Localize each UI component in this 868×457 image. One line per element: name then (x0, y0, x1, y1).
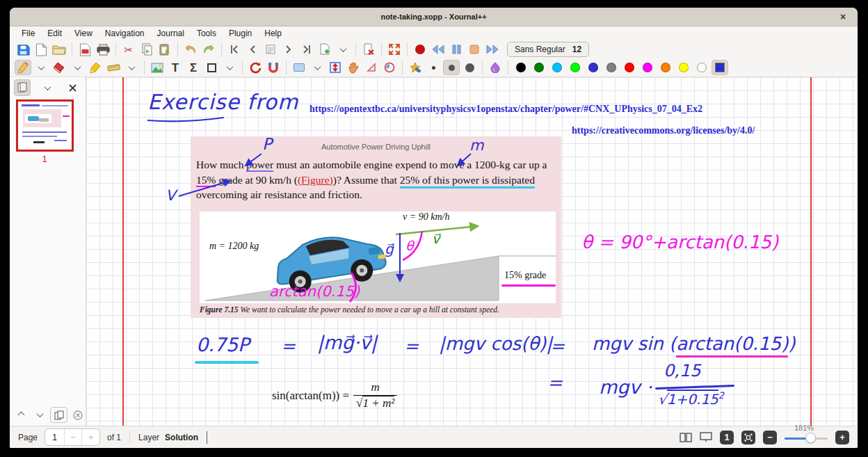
eraser-tool-icon[interactable] (51, 60, 67, 75)
color-white[interactable] (693, 60, 710, 75)
license-url: https://creativecommons.org/licenses/by/… (572, 125, 755, 136)
zoom-out-button[interactable]: − (763, 431, 777, 444)
color-lightblue[interactable] (549, 60, 565, 75)
page-increment-button[interactable]: + (82, 429, 99, 445)
stop-icon[interactable] (466, 42, 483, 57)
hand-tool-icon[interactable] (345, 60, 362, 75)
color-orange[interactable] (657, 60, 674, 75)
cancel-icon[interactable] (69, 407, 86, 423)
presentation-mode-icon[interactable] (700, 432, 712, 442)
rewind-icon[interactable] (430, 42, 447, 57)
eraser-options-chevron-icon[interactable] (69, 60, 86, 75)
color-chooser-current[interactable] (712, 60, 728, 75)
page-thumbnail[interactable] (16, 99, 74, 152)
font-button[interactable]: Sans Regular 12 (507, 42, 589, 57)
fullscreen-icon[interactable] (386, 42, 403, 57)
shape-tool-icon[interactable] (203, 60, 220, 75)
copy-icon[interactable] (138, 42, 155, 57)
menu-tools[interactable]: Tools (191, 29, 223, 38)
pen-options-chevron-icon[interactable] (33, 60, 49, 75)
page-preview-tab[interactable] (14, 79, 31, 96)
close-button[interactable]: × (837, 10, 849, 23)
zoom-in-button[interactable]: + (835, 431, 849, 444)
color-black[interactable] (513, 60, 529, 75)
duplicate-page-icon[interactable] (50, 407, 67, 423)
audio-timer-icon[interactable] (381, 60, 398, 75)
goto-page-icon[interactable] (262, 42, 279, 57)
shape-options-chevron-icon[interactable] (221, 60, 238, 75)
zoom-slider-thumb[interactable] (805, 433, 816, 443)
color-lightgreen[interactable] (567, 60, 584, 75)
color-blue[interactable] (585, 60, 602, 75)
figure-link[interactable]: (Figure) (298, 174, 333, 186)
highlighter-tool-icon[interactable] (87, 60, 104, 75)
thickness-thick-icon[interactable] (461, 60, 478, 75)
work2-numerator: 0,15 (664, 361, 700, 380)
page-down-icon[interactable] (31, 407, 49, 423)
color-red[interactable] (621, 60, 638, 75)
select-options-chevron-icon[interactable] (309, 60, 326, 75)
undo-icon[interactable] (182, 42, 199, 57)
first-page-icon[interactable] (226, 42, 243, 57)
add-page-icon[interactable] (316, 42, 333, 57)
pause-icon[interactable] (448, 42, 465, 57)
export-pdf-icon[interactable] (77, 42, 93, 57)
page-number-input[interactable]: 1 (45, 429, 65, 445)
play-object-icon[interactable] (363, 60, 380, 75)
document-canvas[interactable]: Exercise from https://opentextbc.ca/univ… (86, 77, 858, 426)
page-margin-line-right (810, 77, 812, 426)
color-green[interactable] (531, 60, 547, 75)
page-menu-chevron-icon[interactable] (335, 42, 351, 57)
paste-icon[interactable] (156, 42, 173, 57)
menu-journal[interactable]: Journal (151, 29, 191, 38)
last-page-icon[interactable] (298, 42, 315, 57)
text-tool-icon[interactable]: T (167, 60, 184, 75)
title-bar[interactable]: note-taking.xopp - Xournal++ × (10, 8, 858, 26)
zoom-slider[interactable]: 181% (785, 428, 828, 447)
select-region-icon[interactable] (291, 60, 307, 75)
rotation-snap-icon[interactable] (247, 60, 264, 75)
pen-tool-icon[interactable] (15, 60, 31, 75)
fast-forward-icon[interactable] (484, 42, 501, 57)
menu-navigation[interactable]: Navigation (99, 29, 151, 38)
ruler-tool-icon[interactable] (105, 60, 122, 75)
color-gray[interactable] (603, 60, 620, 75)
next-page-icon[interactable] (280, 42, 297, 57)
menu-file[interactable]: File (15, 29, 41, 38)
redo-icon[interactable] (200, 42, 217, 57)
layer-selector[interactable]: Solution (165, 433, 198, 442)
fit-width-button[interactable] (741, 431, 755, 444)
image-tool-icon[interactable] (149, 60, 166, 75)
color-magenta[interactable] (639, 60, 656, 75)
color-yellow[interactable] (675, 60, 692, 75)
new-file-icon[interactable] (33, 42, 49, 57)
two-page-view-icon[interactable] (680, 433, 692, 442)
ruler-options-chevron-icon[interactable] (123, 60, 140, 75)
grid-snap-magnet-icon[interactable] (265, 60, 282, 75)
save-icon[interactable] (15, 42, 31, 57)
math-tex-tool-icon[interactable]: Σ (185, 60, 202, 75)
figure-caption: Figure 7.15 We want to calculate the pow… (200, 305, 499, 314)
previous-page-icon[interactable] (244, 42, 261, 57)
page-up-icon[interactable] (13, 407, 30, 423)
delete-page-icon[interactable] (360, 42, 377, 57)
vertical-space-icon[interactable] (327, 60, 344, 75)
thickness-fine-icon[interactable] (425, 60, 442, 75)
shape-recognizer-icon[interactable] (407, 60, 424, 75)
menu-view[interactable]: View (68, 29, 99, 38)
sidebar-close-icon[interactable] (65, 79, 81, 96)
menu-edit[interactable]: Edit (41, 29, 68, 38)
thickness-medium-icon[interactable] (443, 60, 460, 75)
menu-plugin[interactable]: Plugin (223, 29, 258, 38)
record-audio-icon[interactable] (412, 42, 428, 57)
cut-icon[interactable]: ✂ (120, 42, 137, 57)
print-icon[interactable] (95, 42, 111, 57)
sidebar-dropdown-chevron-icon[interactable] (39, 79, 56, 96)
menu-help[interactable]: Help (258, 29, 288, 38)
fit-page-button[interactable]: 1 (720, 431, 734, 444)
fill-tool-icon[interactable] (487, 60, 504, 75)
open-icon[interactable] (51, 42, 67, 57)
work-e3: |mgv cos(θ)| (439, 333, 552, 354)
page-decrement-button[interactable]: − (65, 429, 82, 445)
layer-chevron-icon[interactable] (207, 431, 207, 444)
